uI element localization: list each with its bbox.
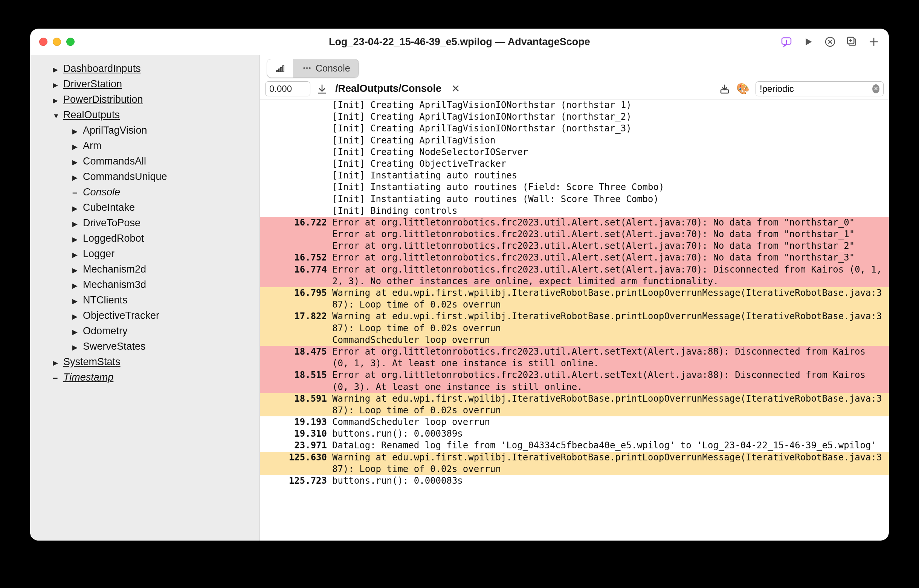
tree-item-drivetopose[interactable]: DriveToPose xyxy=(30,215,259,231)
console-row: [Init] Creating AprilTagVision xyxy=(260,135,889,147)
disclosure-icon[interactable] xyxy=(72,233,79,244)
tab-console[interactable]: Console xyxy=(294,59,359,78)
disclosure-icon[interactable] xyxy=(53,94,60,105)
tree-item-swervestates[interactable]: SwerveStates xyxy=(30,339,259,354)
console-timestamp: 18.515 xyxy=(260,369,332,393)
tree-item-cubeintake[interactable]: CubeIntake xyxy=(30,200,259,215)
console-row: [Init] Binding controls xyxy=(260,205,889,217)
console-message: buttons.run(): 0.000389s xyxy=(332,428,889,440)
window-title: Log_23-04-22_15-46-39_e5.wpilog — Advant… xyxy=(30,36,889,48)
remove-field-icon[interactable]: ✕ xyxy=(451,82,460,95)
console-timestamp: 18.591 xyxy=(260,393,332,416)
disclosure-icon[interactable] xyxy=(72,279,79,291)
tree-item-console[interactable]: Console xyxy=(30,184,259,200)
tree-label: Mechanism3d xyxy=(83,279,146,291)
tree-label: CubeIntake xyxy=(83,202,135,213)
tree-item-logger[interactable]: Logger xyxy=(30,246,259,262)
zoom-window-button[interactable] xyxy=(66,38,74,46)
console-row: 18.591Warning at edu.wpi.first.wpilibj.I… xyxy=(260,393,889,416)
disclosure-icon[interactable] xyxy=(72,124,79,136)
clear-filter-icon[interactable]: ✕ xyxy=(872,84,879,94)
tab-linegraph[interactable] xyxy=(267,59,294,78)
disclosure-icon[interactable] xyxy=(72,310,79,321)
console-timestamp: 18.475 xyxy=(260,346,332,369)
tree-item-dashboardinputs[interactable]: DashboardInputs xyxy=(30,61,259,76)
tree-item-commandsall[interactable]: CommandsAll xyxy=(30,153,259,169)
main-panel: Console /RealOutputs/Console ✕ 🎨 xyxy=(260,55,889,541)
tree-item-driverstation[interactable]: DriverStation xyxy=(30,76,259,92)
export-icon[interactable] xyxy=(719,83,730,94)
jump-to-time-icon[interactable] xyxy=(316,83,328,94)
sidebar: DashboardInputsDriverStationPowerDistrib… xyxy=(30,55,260,541)
console-row: 16.774Error at org.littletonrobotics.frc… xyxy=(260,264,889,287)
console-timestamp: 16.795 xyxy=(260,287,332,310)
console-icon xyxy=(302,63,312,73)
tree-item-mechanism2d[interactable]: Mechanism2d xyxy=(30,262,259,277)
console-output[interactable]: [Init] Creating AprilTagVisionIONorthsta… xyxy=(260,99,889,541)
console-row: 16.722Error at org.littletonrobotics.frc… xyxy=(260,217,889,228)
tree-label: Console xyxy=(83,186,120,198)
disclosure-icon[interactable] xyxy=(72,294,79,306)
tree-item-apriltagvision[interactable]: AprilTagVision xyxy=(30,123,259,138)
console-timestamp xyxy=(260,170,332,181)
tree-item-loggedrobot[interactable]: LoggedRobot xyxy=(30,231,259,246)
disclosure-icon[interactable] xyxy=(72,217,79,229)
tree-item-mechanism3d[interactable]: Mechanism3d xyxy=(30,277,259,292)
disclosure-icon[interactable] xyxy=(72,171,79,183)
minimize-window-button[interactable] xyxy=(53,38,61,46)
disclosure-icon[interactable] xyxy=(72,325,79,337)
console-timestamp: 16.774 xyxy=(260,264,332,287)
feedback-icon[interactable] xyxy=(780,36,793,48)
console-row: [Init] Instantiating auto routines (Wall… xyxy=(260,194,889,205)
tree-label: ObjectiveTracker xyxy=(83,310,159,321)
tree-label: AprilTagVision xyxy=(83,124,147,136)
console-timestamp xyxy=(260,334,332,346)
console-row: [Init] Creating AprilTagVisionIONorthsta… xyxy=(260,99,889,111)
console-message: [Init] Instantiating auto routines (Wall… xyxy=(332,194,889,205)
svg-rect-13 xyxy=(279,69,280,72)
add-tab-icon[interactable] xyxy=(868,36,880,48)
console-row: 125.723buttons.run(): 0.000083s xyxy=(260,475,889,487)
tree-item-odometry[interactable]: Odometry xyxy=(30,323,259,339)
console-message: Error at org.littletonrobotics.frc2023.u… xyxy=(332,369,889,393)
disclosure-icon[interactable] xyxy=(53,356,60,368)
disclosure-icon[interactable] xyxy=(72,341,79,352)
tree-item-ntclients[interactable]: NTClients xyxy=(30,292,259,308)
console-row: [Init] Creating ObjectiveTracker xyxy=(260,158,889,170)
console-timestamp xyxy=(260,135,332,147)
console-row: 17.822Warning at edu.wpi.first.wpilibj.I… xyxy=(260,310,889,334)
disclosure-icon[interactable] xyxy=(72,140,79,152)
filter-input[interactable] xyxy=(760,84,872,94)
highlight-toggle-icon[interactable]: 🎨 xyxy=(736,82,749,95)
tree-item-objectivetracker[interactable]: ObjectiveTracker xyxy=(30,308,259,323)
play-icon[interactable] xyxy=(802,36,814,48)
console-message: buttons.run(): 0.000083s xyxy=(332,475,889,487)
tree-item-commandsunique[interactable]: CommandsUnique xyxy=(30,169,259,184)
disclosure-icon[interactable] xyxy=(53,78,60,90)
disclosure-icon[interactable] xyxy=(72,186,79,198)
disclosure-icon[interactable] xyxy=(53,63,60,74)
close-window-button[interactable] xyxy=(39,38,47,46)
filter-box[interactable]: ✕ xyxy=(756,81,883,96)
time-input[interactable] xyxy=(265,81,311,96)
disclosure-icon[interactable] xyxy=(53,372,60,383)
disclosure-icon[interactable] xyxy=(72,263,79,275)
disclosure-icon[interactable] xyxy=(72,248,79,260)
tree-item-systemstats[interactable]: SystemStats xyxy=(30,354,259,370)
app-window: Log_23-04-22_15-46-39_e5.wpilog — Advant… xyxy=(30,29,889,541)
tree-item-timestamp[interactable]: Timestamp xyxy=(30,370,259,385)
disclosure-icon[interactable] xyxy=(72,155,79,167)
console-timestamp: 16.752 xyxy=(260,252,332,263)
tree-item-powerdistribution[interactable]: PowerDistribution xyxy=(30,92,259,107)
close-tab-icon[interactable] xyxy=(824,36,836,48)
console-row: Error at org.littletonrobotics.frc2023.u… xyxy=(260,228,889,240)
tree-item-realoutputs[interactable]: RealOutputs xyxy=(30,107,259,123)
console-timestamp xyxy=(260,147,332,158)
console-row: 23.971DataLog: Renamed log file from 'Lo… xyxy=(260,440,889,451)
disclosure-icon[interactable] xyxy=(53,109,60,121)
tree-item-arm[interactable]: Arm xyxy=(30,138,259,153)
console-timestamp xyxy=(260,228,332,240)
console-message: [Init] Creating AprilTagVisionIONorthsta… xyxy=(332,111,889,123)
new-window-icon[interactable] xyxy=(846,36,858,48)
disclosure-icon[interactable] xyxy=(72,202,79,213)
